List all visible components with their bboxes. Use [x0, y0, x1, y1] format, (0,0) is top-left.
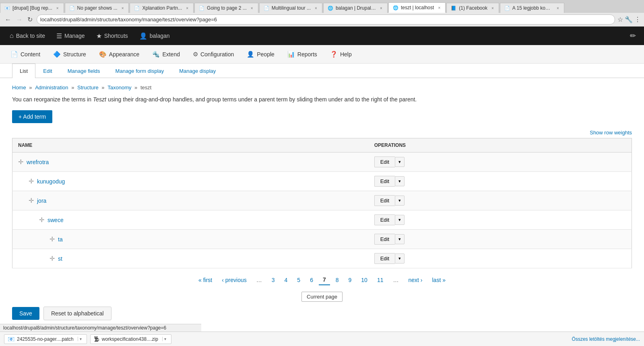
nav-item-extend[interactable]: 🔩Extend	[146, 45, 186, 63]
table-row: ✛ ta Edit ▾	[12, 230, 632, 249]
drag-handle-icon[interactable]: ✛	[18, 158, 23, 166]
pagination-previous[interactable]: ‹ previous	[218, 275, 250, 285]
breadcrumb-item-3[interactable]: Taxonomy	[107, 84, 131, 91]
term-link[interactable]: st	[58, 255, 62, 262]
browser-tab-tab7[interactable]: 🌐teszt | localhost×	[388, 2, 446, 13]
tab-close-icon[interactable]: ×	[438, 6, 440, 10]
edit-dropdown-button[interactable]: ▾	[395, 215, 405, 225]
tab-label: teszt | localhost	[401, 5, 434, 10]
back-to-site-link[interactable]: ⌂ Back to site	[4, 27, 51, 45]
edit-dropdown-button[interactable]: ▾	[395, 196, 405, 206]
table-row: ✛ jora Edit ▾	[12, 191, 632, 210]
nav-item-help[interactable]: ❓Help	[324, 45, 358, 63]
term-link[interactable]: wrefrotra	[27, 159, 49, 165]
edit-button[interactable]: Edit	[374, 176, 395, 187]
browser-tab-tab5[interactable]: 📄Multilingual tour ...×	[259, 3, 322, 13]
breadcrumb-item-0[interactable]: Home	[12, 84, 26, 91]
pagination-page-4[interactable]: 4	[281, 275, 292, 285]
operations-cell: Edit ▾	[369, 152, 632, 172]
nav-item-configuration[interactable]: ⚙Configuration	[186, 45, 240, 63]
nav-item-appearance[interactable]: 🎨Appearance	[93, 45, 146, 63]
edit-button[interactable]: Edit	[374, 234, 395, 245]
term-link[interactable]: swece	[47, 217, 64, 223]
edit-dropdown-button[interactable]: ▾	[395, 157, 405, 167]
nav-item-reports[interactable]: 📊Reports	[281, 45, 324, 63]
drag-handle-icon[interactable]: ✛	[29, 177, 34, 185]
address-input[interactable]	[37, 14, 615, 25]
edit-button[interactable]: Edit	[374, 195, 395, 206]
tab-close-icon[interactable]: ×	[186, 6, 188, 10]
reload-button[interactable]: ↻	[26, 15, 34, 24]
drag-handle-icon[interactable]: ✛	[50, 235, 55, 243]
edit-button[interactable]: Edit	[374, 214, 395, 225]
browser-tab-tab2[interactable]: 📄No pager shows ...×	[65, 3, 129, 13]
bookmark-button[interactable]: ☆	[617, 16, 623, 23]
tab-label: [drupal] [Bug rep...	[12, 5, 52, 11]
vocab-name: Teszt	[93, 96, 106, 103]
menu-button[interactable]: ⋮	[634, 16, 641, 23]
tab-manage_fields[interactable]: Manage fields	[60, 64, 108, 78]
add-term-button[interactable]: + Add term	[12, 110, 52, 123]
reset-button[interactable]: Reset to alphabetical	[43, 307, 111, 320]
pagination-page-11[interactable]: 11	[373, 275, 388, 285]
operations-cell: Edit ▾	[369, 210, 632, 230]
show-weights-link[interactable]: Show row weights	[590, 130, 632, 136]
pagination-page-6[interactable]: 6	[306, 275, 317, 285]
browser-tab-tab6[interactable]: 🌐balagan | Drupal ...×	[323, 3, 388, 13]
browser-tab-tab4[interactable]: 📄Going to page 2 ...×	[194, 3, 258, 13]
pagination-page-8[interactable]: 8	[332, 275, 343, 285]
back-button[interactable]: ←	[3, 15, 13, 24]
browser-tab-tab9[interactable]: 📄A 15 legjobb kom...×	[500, 3, 564, 13]
nav-item-structure[interactable]: 🔷Structure	[47, 45, 93, 63]
browser-tab-tab8[interactable]: 📘(1) Facebook×	[446, 3, 499, 13]
edit-page-button[interactable]: ✏	[626, 31, 640, 40]
tab-close-icon[interactable]: ×	[491, 6, 494, 10]
pagination-page-5[interactable]: 5	[293, 275, 304, 285]
edit-dropdown-button[interactable]: ▾	[395, 176, 405, 186]
nav-item-content[interactable]: 📄Content	[4, 45, 47, 63]
drag-handle-icon[interactable]: ✛	[29, 197, 34, 204]
browser-tab-tab1[interactable]: 📧[drupal] [Bug rep...×	[0, 3, 64, 13]
nav-item-people[interactable]: 👤People	[240, 45, 281, 63]
pagination-first[interactable]: « first	[194, 275, 216, 285]
save-button[interactable]: Save	[12, 307, 39, 320]
extensions-button[interactable]: 🔧	[625, 16, 633, 23]
pagination-next[interactable]: next ›	[404, 275, 426, 285]
tab-close-icon[interactable]: ×	[380, 6, 382, 10]
breadcrumb-item-2[interactable]: Structure	[77, 84, 99, 91]
tab-close-icon[interactable]: ×	[557, 6, 559, 10]
tab-close-icon[interactable]: ×	[251, 6, 253, 10]
tab-manage_display[interactable]: Manage display	[171, 64, 223, 78]
content-icon: 📄	[10, 51, 18, 58]
pagination-last[interactable]: last »	[428, 275, 449, 285]
breadcrumb-item-1[interactable]: Administration	[35, 84, 68, 91]
browser-tab-tab3[interactable]: 📄Xplanation Partn...×	[130, 3, 194, 13]
tab-close-icon[interactable]: ×	[122, 6, 124, 10]
user-link[interactable]: 👤 balagan	[134, 27, 175, 45]
term-link[interactable]: kunugodug	[37, 178, 65, 185]
tab-favicon: 📄	[69, 6, 75, 11]
tab-close-icon[interactable]: ×	[56, 6, 59, 10]
tab-list[interactable]: List	[12, 64, 35, 78]
term-link[interactable]: jora	[37, 198, 46, 204]
manage-link[interactable]: ☰ Manage	[51, 27, 91, 45]
pagination-page-3[interactable]: 3	[268, 275, 279, 285]
tab-edit[interactable]: Edit	[35, 64, 60, 78]
edit-dropdown-button[interactable]: ▾	[395, 234, 405, 244]
term-link[interactable]: ta	[58, 236, 63, 243]
shortcuts-link[interactable]: ★ Shortcuts	[91, 27, 134, 45]
edit-button[interactable]: Edit	[374, 253, 395, 264]
drag-handle-icon[interactable]: ✛	[39, 216, 44, 224]
table-header-row: NAME OPERATIONS	[12, 138, 632, 152]
tab-close-icon[interactable]: ×	[315, 6, 317, 10]
edit-dropdown-button[interactable]: ▾	[395, 253, 405, 264]
pagination-page-9[interactable]: 9	[345, 275, 356, 285]
forward-button[interactable]: →	[14, 15, 24, 24]
pagination-page-7[interactable]: 7	[319, 275, 330, 285]
tab-manage_form_display[interactable]: Manage form display	[108, 64, 172, 78]
nav-label-structure: Structure	[63, 51, 86, 58]
edit-button[interactable]: Edit	[374, 157, 395, 167]
pagination-page-10[interactable]: 10	[357, 275, 372, 285]
breadcrumb-separator: »	[100, 84, 106, 91]
drag-handle-icon[interactable]: ✛	[50, 255, 55, 262]
